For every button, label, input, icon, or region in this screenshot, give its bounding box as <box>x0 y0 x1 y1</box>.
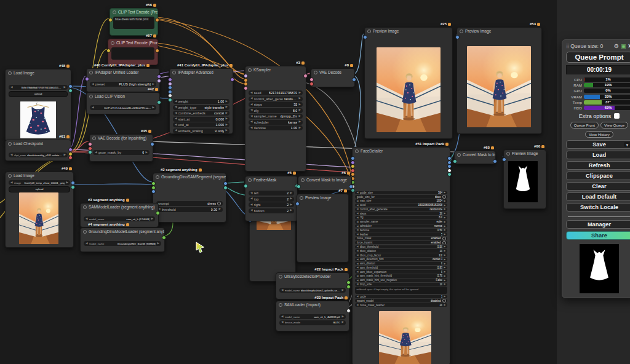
node-title[interactable]: Preview Image <box>297 194 348 201</box>
widget-top[interactable]: ◀top2▶ <box>249 197 294 202</box>
node-title[interactable]: Load Checkpoint <box>6 140 71 147</box>
switch-locale-button[interactable]: Switch Locale <box>566 203 630 212</box>
output-port[interactable] <box>150 142 154 146</box>
node-title[interactable]: FeatherMask <box>245 176 297 183</box>
load-button[interactable]: Load <box>566 151 630 159</box>
widget-sam_dilation[interactable]: ◀sam_dilation0▶ <box>355 262 447 266</box>
widget-guide_size_for[interactable]: guide_size_forbbox <box>355 195 447 199</box>
node-clip-text-encode-positive[interactable]: #56 CLIP Text Encode (Prompt) blue dress… <box>110 8 158 36</box>
input-port[interactable] <box>453 159 457 164</box>
queue-front-button[interactable]: Queue Front <box>570 122 599 129</box>
output-port[interactable] <box>68 148 73 152</box>
node-preview-image-main[interactable]: #25 Preview Image <box>364 27 453 139</box>
widget-combine_embeds[interactable]: ◀combine_embedsconcat▶ <box>173 111 229 116</box>
widget-left[interactable]: ◀left2▶ <box>249 191 294 196</box>
node-title[interactable]: SAMModelLoader (segment anything) <box>81 204 158 210</box>
widget-combo[interactable]: ◀CLIP-ViT-H-14-laion2B-s32B-b79K.safeten… <box>90 105 156 110</box>
widget-grow_mask_by[interactable]: ◀grow_mask_by6▶ <box>93 150 150 155</box>
input-port[interactable] <box>88 142 92 146</box>
node-groundingdino-model-loader[interactable]: #4 segment anything GroundingDinoModelLo… <box>80 228 165 252</box>
input-port[interactable] <box>168 98 172 102</box>
output-port[interactable] <box>346 280 351 285</box>
save-dropdown-caret[interactable]: ▾ <box>624 142 630 147</box>
widget-bbox_threshold[interactable]: ◀bbox_threshold0.50▶ <box>355 245 447 249</box>
widget-seed[interactable]: ◀seed821744191795870▶ <box>249 90 303 95</box>
output-port[interactable] <box>157 74 161 79</box>
widget-bottom[interactable]: ◀bottom2▶ <box>249 208 294 213</box>
input-port[interactable] <box>244 184 248 188</box>
widget-control_after_generate[interactable]: ◀control_after_generaterandomize▶ <box>355 208 447 212</box>
node-title[interactable]: Preview Image <box>457 28 541 34</box>
node-ipadapter-advanced[interactable]: #41 ComfyUI_IPAdapter_plus IPAdapter Adv… <box>169 68 233 134</box>
clear-button[interactable]: Clear <box>566 182 630 191</box>
widget-noise_mask[interactable]: noise_maskenabled <box>355 237 447 240</box>
output-port[interactable] <box>223 181 228 186</box>
input-port[interactable] <box>168 85 172 90</box>
node-title[interactable]: SAMLoader (Impact) <box>276 301 349 308</box>
input-port[interactable] <box>244 86 248 90</box>
widget-weight_type[interactable]: ◀weight_typestyle transfer▶ <box>173 105 229 110</box>
input-port[interactable] <box>108 18 113 22</box>
comfyui-canvas[interactable]: { "nodes": { "dress_loader": {"badge": "… <box>0 0 630 364</box>
output-port[interactable] <box>346 309 351 313</box>
widget-embeds_scaling[interactable]: ◀embeds_scalingV only▶ <box>173 129 229 133</box>
widget-threshold[interactable]: ◀threshold0.30▶ <box>156 207 223 212</box>
output-port[interactable] <box>157 79 161 83</box>
output-port[interactable] <box>223 186 228 190</box>
widget-sam_mask_hint_use_negative[interactable]: ◀sam_mask_hint_use_negativeFalse▶ <box>355 279 447 282</box>
widget-inpaint_model[interactable]: inpaint_modeldisabled <box>355 299 447 303</box>
input-port[interactable] <box>351 164 355 168</box>
node-convert-mask-to-image-right[interactable]: #65 Convert Mask to Image <box>454 151 496 164</box>
widget-btn[interactable]: upload <box>9 186 70 192</box>
node-title[interactable]: KSampler <box>245 66 306 73</box>
node-title[interactable]: Convert Mask to Image <box>298 176 351 183</box>
refresh-button[interactable]: Refresh <box>566 161 630 170</box>
extension-image-icon[interactable]: ▣ <box>621 43 626 49</box>
node-preview-image-mask[interactable]: #66 Preview Image <box>503 149 546 209</box>
widget-area[interactable]: blue dress with floral print <box>113 17 154 29</box>
input-port[interactable] <box>351 172 355 176</box>
node-title[interactable]: VAE Decode (for Inpainting) <box>90 135 153 141</box>
output-port[interactable] <box>447 172 452 176</box>
node-preview-image-7[interactable]: #7 Preview Image <box>297 194 349 263</box>
node-title[interactable]: IPAdapter Unified Loader <box>87 69 159 76</box>
node-title[interactable]: GroundingDinoSAMSegment (segment anythin… <box>153 173 226 180</box>
widget-steps[interactable]: ◀steps35▶ <box>249 102 303 107</box>
widget-control_after_generate[interactable]: ◀control_after_generaterandomize▶ <box>249 97 303 101</box>
node-vae-decode-inpaint[interactable]: #45 VAE Decode (for Inpainting) ◀grow_ma… <box>89 134 153 162</box>
input-port[interactable] <box>455 35 460 39</box>
widget-combo[interactable]: ◀7b9e79bb9bd7f7f497f434b6455ba8 - Copy.p… <box>9 85 68 90</box>
close-icon[interactable]: ✕ <box>628 43 630 49</box>
input-port[interactable] <box>151 181 156 186</box>
node-title[interactable]: Load Image <box>6 69 71 76</box>
node-ksampler[interactable]: #3 KSampler ◀seed821744191795870▶◀contro… <box>245 66 306 172</box>
widget-sampler_name[interactable]: ◀sampler_namedpmpp_2m▶ <box>249 114 303 119</box>
input-port[interactable] <box>351 156 355 160</box>
widget-sam_detection_hint[interactable]: ◀sam_detection_hintcenter-1▶ <box>355 258 447 261</box>
input-port[interactable] <box>295 202 300 206</box>
node-title[interactable]: IPAdapter Advanced <box>170 69 233 76</box>
save-button[interactable]: Save▾ <box>566 140 630 149</box>
input-port[interactable] <box>297 184 301 189</box>
queue-prompt-button[interactable]: Queue Prompt <box>566 52 630 63</box>
node-groundingdino-sam-segment[interactable]: #2 segment anything GroundingDinoSAMSegm… <box>153 173 226 223</box>
widget-cfg[interactable]: ◀cfg8.0▶ <box>249 108 303 113</box>
widget-denoise[interactable]: ◀denoise0.50▶ <box>355 229 447 232</box>
extra-options-checkbox[interactable] <box>614 113 620 119</box>
output-port[interactable] <box>68 84 73 89</box>
widget-device_mode[interactable]: ◀device_modeAUTO▶ <box>279 320 346 325</box>
node-facedetailer[interactable]: #51 Impact Pack FaceDetailer ◀guide_size… <box>352 147 450 364</box>
input-port[interactable] <box>309 77 314 82</box>
widget-scheduler[interactable]: ◀schedulernormal▶ <box>355 224 447 228</box>
widget-right[interactable]: ◀right2▶ <box>249 202 294 207</box>
input-port[interactable] <box>106 49 111 53</box>
node-title[interactable]: Preview Image <box>365 28 452 34</box>
node-title[interactable]: GroundingDinoModelLoader (segment anythi… <box>81 228 164 235</box>
widget-image[interactable]: ◀imageComfyUI_temp_zhuw_00001_.png▶ <box>9 180 70 185</box>
widget-btn[interactable]: upload <box>9 91 68 97</box>
output-port[interactable] <box>155 18 159 22</box>
widget-ckpt_name[interactable]: ◀ckpt_nameabsolutereality_v181.safetenso… <box>9 152 68 157</box>
view-queue-button[interactable]: View Queue <box>600 122 628 129</box>
share-button[interactable]: Share <box>566 231 630 240</box>
widget-feather[interactable]: ◀feather5▶ <box>355 232 447 236</box>
